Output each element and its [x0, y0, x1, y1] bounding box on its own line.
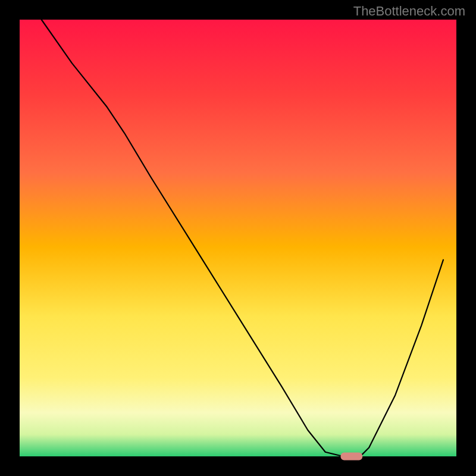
bottleneck-chart: TheBottleneck.com	[0, 0, 476, 476]
plot-background	[20, 20, 456, 456]
chart-svg	[0, 0, 476, 476]
minimum-marker	[340, 453, 362, 461]
watermark-text: TheBottleneck.com	[353, 4, 465, 19]
